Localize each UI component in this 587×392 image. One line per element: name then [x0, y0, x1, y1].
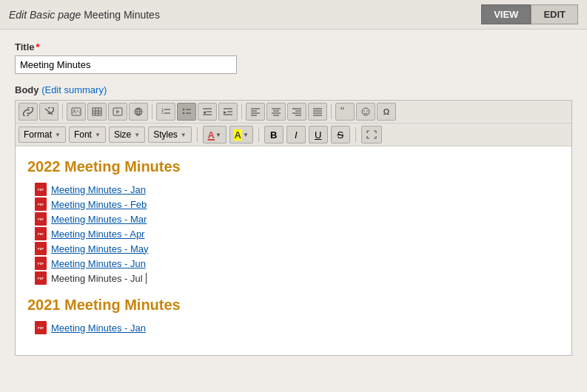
- doc-text-cursor: Meeting Minutes - Jul: [51, 273, 147, 284]
- svg-point-19: [183, 109, 184, 110]
- emoji-button[interactable]: [356, 103, 375, 121]
- edit-summary-link[interactable]: (Edit summary): [41, 84, 107, 95]
- svg-text:2.: 2.: [161, 110, 164, 115]
- svg-text:": ": [341, 107, 344, 116]
- doc-link[interactable]: Meeting Minutes - May: [51, 243, 149, 254]
- table-button[interactable]: [87, 103, 107, 121]
- font-dropdown[interactable]: Font: [69, 126, 106, 143]
- blockquote-button[interactable]: ": [335, 103, 355, 121]
- sep5: [197, 127, 198, 142]
- svg-point-50: [366, 110, 368, 112]
- svg-point-21: [183, 112, 184, 114]
- list-item: Meeting Minutes - Mar: [35, 212, 560, 226]
- embed-button[interactable]: [129, 103, 148, 121]
- toolbar-row2: Format Font Size Styles A ▼ A ▼ B: [16, 124, 571, 146]
- section-heading-2022: 2022 Meeting Minutes: [27, 158, 560, 175]
- list-item: Meeting Minutes - Jan: [35, 321, 560, 334]
- sep2: [152, 104, 152, 119]
- bold-button[interactable]: B: [264, 126, 284, 143]
- doc-link[interactable]: Meeting Minutes - Apr: [51, 229, 144, 240]
- list-item: Meeting Minutes - Jun: [35, 257, 560, 270]
- image-button[interactable]: [67, 103, 86, 121]
- pdf-icon: [35, 197, 47, 211]
- pdf-icon: [35, 227, 47, 240]
- svg-marker-28: [224, 111, 227, 114]
- format-dropdown[interactable]: Format: [19, 126, 66, 143]
- font-color-button[interactable]: A ▼: [203, 126, 227, 143]
- italic-button[interactable]: I: [286, 126, 306, 143]
- toolbar-row1: 1.2.: [16, 101, 571, 124]
- link-button[interactable]: [19, 103, 38, 121]
- svg-point-2: [73, 109, 76, 112]
- main-content: Title* Body (Edit summary): [0, 30, 587, 368]
- editor-container: 1.2.: [15, 100, 572, 356]
- sep7: [355, 127, 356, 142]
- pdf-icon: [35, 212, 47, 226]
- editor-body[interactable]: 2022 Meeting Minutes Meeting Minutes - J…: [16, 146, 571, 355]
- sep1: [62, 104, 63, 119]
- indent-button[interactable]: [218, 103, 238, 121]
- body-label: Body (Edit summary): [15, 84, 572, 95]
- svg-marker-24: [203, 111, 206, 114]
- page-header: Edit Basic page Meeting Minutes VIEW EDI…: [0, 0, 587, 30]
- pdf-icon: [35, 271, 47, 285]
- doc-link[interactable]: Meeting Minutes - Jan: [51, 322, 146, 334]
- underline-button[interactable]: U: [309, 126, 328, 143]
- align-left-button[interactable]: [246, 103, 265, 121]
- sep3: [241, 104, 242, 119]
- align-center-button[interactable]: [266, 103, 286, 121]
- list-item: Meeting Minutes - Jan: [35, 183, 560, 196]
- list-item: Meeting Minutes - Apr: [35, 227, 560, 240]
- list-item: Meeting Minutes - May: [35, 242, 560, 255]
- align-right-button[interactable]: [287, 103, 306, 121]
- doc-link[interactable]: Meeting Minutes - Jan: [51, 184, 146, 195]
- special-char-button[interactable]: Ω: [377, 103, 396, 121]
- styles-dropdown[interactable]: Styles: [148, 126, 192, 143]
- media-button[interactable]: [108, 103, 127, 121]
- ordered-list-button[interactable]: 1.2.: [156, 103, 175, 121]
- pdf-icon: [35, 183, 47, 196]
- svg-rect-3: [93, 108, 101, 115]
- doc-list-2022: Meeting Minutes - Jan Meeting Minutes - …: [35, 183, 560, 285]
- list-item: Meeting Minutes - Feb: [35, 197, 560, 211]
- doc-link[interactable]: Meeting Minutes - Mar: [51, 214, 147, 225]
- doc-list-2021: Meeting Minutes - Jan: [35, 321, 560, 334]
- pdf-icon: [35, 257, 47, 270]
- title-input[interactable]: [15, 55, 237, 74]
- outdent-button[interactable]: [198, 103, 217, 121]
- pdf-icon: [35, 321, 47, 334]
- page-title: Edit Basic page Meeting Minutes: [9, 9, 160, 21]
- bg-color-button[interactable]: A ▼: [229, 126, 253, 143]
- strikethrough-button[interactable]: S: [331, 126, 350, 143]
- doc-link[interactable]: Meeting Minutes - Feb: [51, 199, 147, 210]
- justify-button[interactable]: [308, 103, 327, 121]
- title-label: Title*: [15, 41, 572, 53]
- editor-wrapper: 2022 Meeting Minutes Meeting Minutes - J…: [16, 146, 571, 355]
- view-button[interactable]: VIEW: [481, 4, 531, 24]
- size-dropdown[interactable]: Size: [109, 126, 145, 143]
- unlink-button[interactable]: [39, 103, 58, 121]
- fullscreen-button[interactable]: [361, 126, 382, 143]
- list-item: Meeting Minutes - Jul: [35, 271, 560, 285]
- sep4: [331, 104, 332, 119]
- svg-point-49: [363, 110, 365, 112]
- required-marker: *: [36, 41, 40, 53]
- header-actions: VIEW EDIT: [481, 4, 578, 24]
- unordered-list-button[interactable]: [177, 103, 196, 121]
- sep6: [258, 127, 259, 142]
- pdf-icon: [35, 242, 47, 255]
- svg-marker-9: [116, 109, 120, 114]
- doc-link[interactable]: Meeting Minutes - Jun: [51, 258, 146, 269]
- edit-button[interactable]: EDIT: [531, 4, 578, 24]
- section-heading-2021: 2021 Meeting Minutes: [27, 297, 560, 314]
